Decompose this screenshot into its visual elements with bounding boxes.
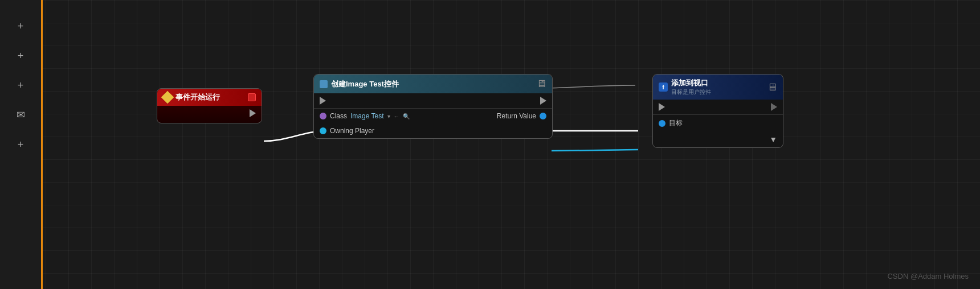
blueprint-canvas[interactable]: 事件开始运行 创建Image Test控件 🖥 — [43, 0, 980, 289]
add-node-title: 添加到视口 — [671, 78, 711, 88]
add-node-body: 目标 ▼ — [653, 100, 783, 147]
event-node-body — [157, 106, 262, 123]
monitor-icon: 🖥 — [536, 78, 546, 90]
event-node[interactable]: 事件开始运行 — [157, 88, 262, 123]
create-node-header-left: 创建Image Test控件 — [320, 79, 399, 89]
sidebar: + + + ✉ + — [0, 0, 43, 289]
class-row: Class Image Test ▾ ← 🔍 Return Value — [314, 109, 552, 123]
class-pin-left: Class Image Test ▾ ← 🔍 — [320, 112, 410, 120]
create-node-title: 创建Image Test控件 — [331, 79, 399, 89]
target-row: 目标 — [653, 115, 783, 131]
event-node-header: 事件开始运行 — [157, 89, 262, 106]
owning-player-label: Owning Player — [330, 127, 374, 135]
add-viewport-node[interactable]: f 添加到视口 目标是用户控件 🖥 目标 — [652, 74, 783, 148]
add-node-titles: 添加到视口 目标是用户控件 — [671, 78, 711, 96]
add-exec-in-pin[interactable] — [659, 103, 665, 111]
sidebar-plus-4[interactable]: + — [11, 135, 30, 154]
class-pin-circle[interactable] — [320, 113, 326, 119]
target-circle[interactable] — [659, 120, 665, 127]
down-arrow-row: ▼ — [653, 131, 783, 147]
owning-player-circle[interactable] — [320, 127, 326, 134]
connections-svg — [43, 0, 980, 289]
create-node[interactable]: 创建Image Test控件 🖥 Class Image Test ▾ ← 🔍 — [313, 74, 553, 139]
class-value: Image Test — [350, 112, 383, 120]
event-node-header-left: 事件开始运行 — [163, 92, 220, 102]
add-node-header: f 添加到视口 目标是用户控件 🖥 — [653, 75, 783, 100]
add-node-header-left: f 添加到视口 目标是用户控件 — [659, 78, 711, 96]
red-square-icon — [248, 93, 256, 101]
create-node-header: 创建Image Test控件 🖥 — [314, 75, 552, 93]
class-label: Class — [330, 112, 347, 120]
dropdown-arrow-icon[interactable]: ▾ — [387, 113, 390, 119]
target-label: 目标 — [669, 118, 683, 128]
owning-player-pin: Owning Player — [320, 127, 374, 135]
create-exec-out-pin[interactable] — [540, 97, 546, 105]
create-node-body: Class Image Test ▾ ← 🔍 Return Value Owni… — [314, 93, 552, 138]
event-node-title: 事件开始运行 — [175, 92, 220, 102]
create-exec-row — [314, 93, 552, 108]
add-node-subtitle: 目标是用户控件 — [671, 88, 711, 96]
target-pin: 目标 — [659, 118, 683, 128]
add-monitor-icon: 🖥 — [767, 81, 777, 93]
sidebar-plus-1[interactable]: + — [11, 17, 30, 35]
magnifier-icon[interactable]: 🔍 — [403, 113, 410, 119]
add-exec-out-pin[interactable] — [771, 103, 777, 111]
sidebar-envelope[interactable]: ✉ — [11, 106, 30, 124]
sidebar-plus-2[interactable]: + — [11, 47, 30, 65]
add-exec-row — [653, 100, 783, 114]
return-value-circle[interactable] — [540, 113, 546, 119]
f-badge-icon: f — [659, 82, 668, 92]
down-arrow-icon: ▼ — [769, 135, 777, 144]
diamond-icon — [161, 91, 174, 104]
node-blue-icon — [320, 80, 328, 88]
sidebar-plus-3[interactable]: + — [11, 76, 30, 94]
watermark: CSDN @Addam Holmes — [887, 272, 969, 280]
return-value-label: Return Value — [497, 112, 536, 120]
event-exec-out-pin[interactable] — [250, 109, 256, 117]
create-exec-in-pin[interactable] — [320, 97, 326, 105]
owning-player-row: Owning Player — [314, 123, 552, 138]
search-small-icon[interactable]: ← — [394, 113, 399, 119]
return-value-pin: Return Value — [497, 112, 546, 120]
